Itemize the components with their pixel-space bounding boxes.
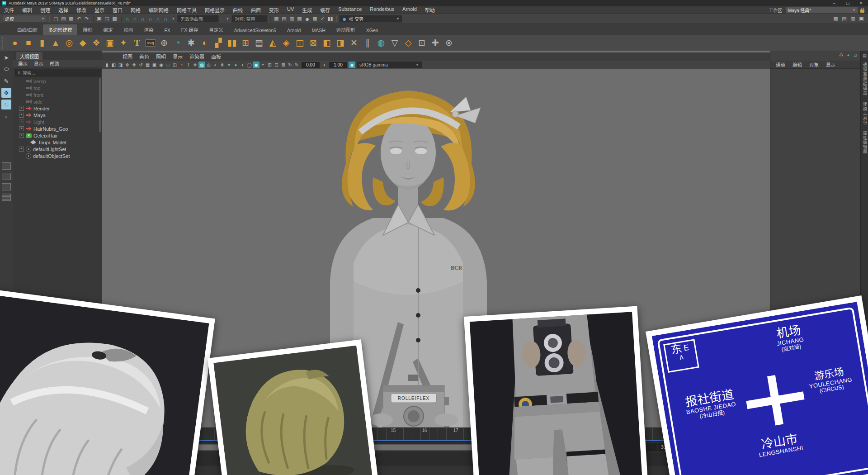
- menu-item[interactable]: 变形: [265, 6, 283, 14]
- viewport-toggle-icon[interactable]: ◔: [178, 62, 185, 68]
- outliner-item[interactable]: + side: [13, 98, 102, 105]
- outliner-menu-item[interactable]: 展示: [18, 60, 28, 67]
- lock-icon[interactable]: [860, 10, 864, 13]
- viewport-menu-item[interactable]: 面板: [211, 53, 221, 60]
- node-label[interactable]: HairNubrs_Geo: [33, 126, 68, 132]
- shelf-tab[interactable]: FX: [159, 26, 175, 35]
- outliner-menu-item[interactable]: 显示: [34, 60, 43, 67]
- shelf-tool-icon[interactable]: ▞: [212, 36, 225, 50]
- snap-magnet-icon[interactable]: ∩: [162, 15, 170, 23]
- shelf-tool-icon[interactable]: ◫: [293, 36, 307, 50]
- toolbar-separator[interactable]: [270, 16, 270, 22]
- minimize-button[interactable]: –: [827, 0, 841, 6]
- toolbox-tool-icon[interactable]: ✥: [1, 88, 11, 98]
- viewport-toggle-icon[interactable]: ✥: [124, 62, 131, 68]
- shelf-tool-icon[interactable]: ▮▮: [225, 36, 239, 50]
- viewport-toggle-icon[interactable]: ⊞: [266, 62, 273, 68]
- outliner-scrollbar[interactable]: [99, 78, 101, 132]
- ui-toggle-icon[interactable]: ▦: [832, 15, 840, 23]
- menu-set-dropdown[interactable]: 建模▼: [3, 15, 47, 23]
- shelf-tool-icon[interactable]: ⊞: [239, 36, 252, 50]
- viewport-toggle-icon[interactable]: T: [185, 62, 192, 68]
- menu-item[interactable]: 文件: [0, 6, 18, 14]
- expand-toggle-icon[interactable]: +: [19, 133, 24, 138]
- node-label[interactable]: Render: [33, 106, 50, 111]
- outliner-item[interactable]: + top: [13, 85, 102, 91]
- viewport-menu-item[interactable]: 视图: [123, 53, 132, 60]
- graph-icon[interactable]: ⊿: [854, 52, 857, 57]
- outliner-item[interactable]: + persp: [13, 78, 102, 85]
- menu-item[interactable]: 网格工具: [173, 6, 201, 14]
- toolbox-tool-icon[interactable]: ↻: [1, 100, 11, 109]
- viewport-toggle-icon[interactable]: ◍: [198, 62, 205, 68]
- expand-toggle-icon[interactable]: +: [19, 106, 24, 111]
- channel-box-menu-item[interactable]: 编辑: [793, 61, 802, 68]
- expand-toggle-icon[interactable]: +: [19, 126, 24, 131]
- outliner-item[interactable]: + Light: [13, 119, 102, 125]
- toolbox-tool-icon[interactable]: ✎: [1, 76, 11, 86]
- node-label[interactable]: top: [33, 86, 40, 91]
- selection-mode-icon[interactable]: ▩: [111, 15, 118, 23]
- file-action-icon[interactable]: ↶: [75, 15, 83, 23]
- viewport-toggle-icon[interactable]: ◯: [246, 62, 253, 68]
- menu-item[interactable]: 缓存: [316, 6, 334, 14]
- outliner-item[interactable]: + defaultObjectSet: [13, 152, 102, 159]
- viewport-toggle-icon[interactable]: ▮: [104, 62, 110, 68]
- shelf-tab[interactable]: 曲线/曲面: [12, 24, 43, 35]
- selection-mode-icon[interactable]: ▣: [95, 15, 103, 23]
- menu-item[interactable]: 显示: [90, 6, 108, 14]
- shelf-tool-icon[interactable]: ■: [22, 36, 35, 50]
- menu-item[interactable]: 窗口: [108, 6, 127, 14]
- node-label[interactable]: persp: [33, 79, 46, 84]
- layout-split-button[interactable]: [2, 183, 11, 190]
- file-action-icon[interactable]: ▤: [60, 15, 67, 23]
- toolbar-separator[interactable]: [221, 16, 222, 22]
- file-action-icon[interactable]: ▢: [52, 15, 60, 23]
- shelf-tool-icon[interactable]: ◧: [320, 36, 334, 50]
- snap-magnet-icon[interactable]: ∩: [131, 15, 139, 23]
- shelf-tool-icon[interactable]: ⊡: [415, 36, 429, 50]
- shelf-tool-icon[interactable]: ◐: [198, 36, 212, 50]
- ui-toggle-icon[interactable]: ▣: [858, 15, 865, 23]
- viewport-toggle-icon[interactable]: ✦: [226, 62, 232, 68]
- viewport-menu-item[interactable]: 渲染器: [189, 53, 204, 60]
- toolbar-icon[interactable]: ▦: [311, 15, 319, 23]
- snap-magnet-icon[interactable]: ∩: [154, 15, 162, 23]
- menu-item[interactable]: Substance: [334, 6, 366, 14]
- file-action-icon[interactable]: ▦: [67, 15, 75, 23]
- menu-item[interactable]: 编辑网格: [145, 6, 173, 14]
- gamma-icon[interactable]: ◗: [321, 62, 328, 68]
- toolbox-tool-icon[interactable]: ▫: [1, 111, 11, 121]
- close-button[interactable]: ✕: [854, 0, 868, 6]
- toolbar-icon[interactable]: ✓: [319, 15, 326, 23]
- shelf-tab[interactable]: Arnold: [282, 26, 306, 35]
- sidebar-vertical-tab[interactable]: 通道盒/层编辑器: [862, 62, 868, 96]
- toolbox-tool-icon[interactable]: ⬭: [1, 64, 11, 74]
- shelf-tool-icon[interactable]: ◨: [334, 36, 347, 50]
- viewport-menu-item[interactable]: 照明: [156, 53, 166, 60]
- layout-outliner-button[interactable]: [2, 194, 11, 201]
- viewport-toggle-icon[interactable]: ▣: [151, 62, 158, 68]
- shelf-tool-icon[interactable]: ▮: [35, 36, 49, 50]
- shelf-tool-icon[interactable]: ⊗: [442, 36, 456, 50]
- active-surface-field[interactable]: 无激活曲面: [177, 15, 219, 23]
- outliner-menu-item[interactable]: 帮助: [50, 60, 59, 67]
- layout-four-pane-button[interactable]: [2, 173, 11, 180]
- shelf-tool-icon[interactable]: ◔: [171, 36, 184, 50]
- shelf-drag-handle[interactable]: [2, 37, 6, 49]
- filter-grid-icon[interactable]: ⠿: [18, 71, 21, 75]
- viewport-toggle-icon[interactable]: ↺: [137, 62, 144, 68]
- shelf-tab[interactable]: 雕刻: [77, 24, 98, 35]
- toolbar-separator[interactable]: [336, 16, 337, 22]
- shelf-tool-icon[interactable]: ∥: [361, 36, 374, 50]
- menu-item[interactable]: 帮助: [421, 6, 439, 14]
- viewport-toggle-icon[interactable]: ◎: [205, 62, 212, 68]
- viewport-toggle-icon[interactable]: ⊠: [280, 62, 287, 68]
- toolbar-icon[interactable]: ▤: [280, 15, 288, 23]
- exposure-field[interactable]: 0.00: [302, 62, 320, 68]
- toolbar-separator[interactable]: [93, 16, 93, 22]
- menu-item[interactable]: 编辑: [18, 6, 36, 14]
- snap-magnet-icon[interactable]: ∩: [146, 15, 154, 23]
- outliner-item[interactable]: + GeleixiHair: [13, 132, 102, 139]
- symmetry-field[interactable]: 对称: 禁用: [231, 15, 268, 23]
